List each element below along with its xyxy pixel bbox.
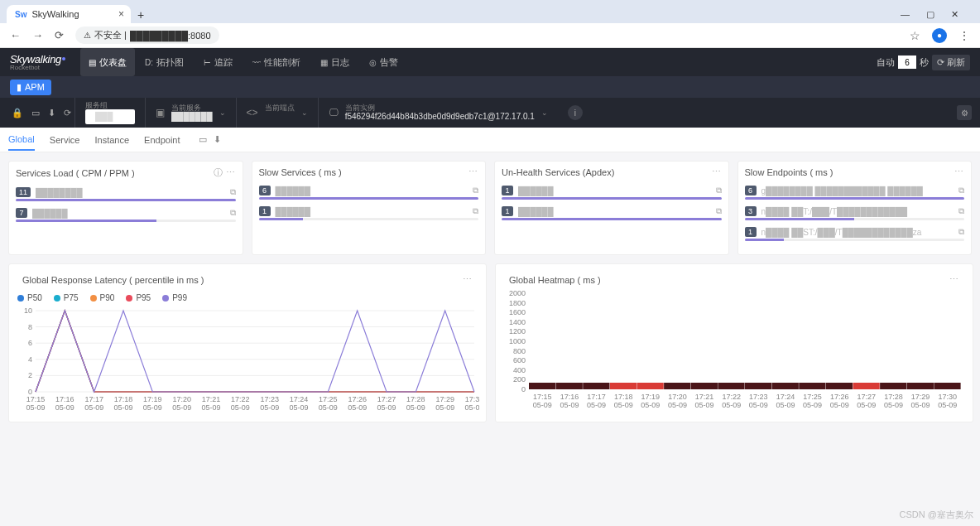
lock-icon[interactable]: 🔒 xyxy=(12,108,23,118)
svg-text:17:17: 17:17 xyxy=(587,393,606,401)
card-more-icon[interactable]: ⋯ xyxy=(954,166,964,176)
svg-text:17:16: 17:16 xyxy=(55,395,74,403)
settings-icon[interactable]: ⚙ xyxy=(957,105,972,120)
bookmark-star-icon[interactable]: ☆ xyxy=(910,29,920,42)
current-endpoint-selector[interactable]: <> 当前端点 ⌄ xyxy=(236,98,318,128)
nav-profile[interactable]: 〰性能剖析 xyxy=(243,48,310,76)
rank-row[interactable]: 1██████⧉ xyxy=(502,186,722,195)
svg-text:05-09: 05-09 xyxy=(201,403,220,412)
rank-row[interactable]: 1██████⧉ xyxy=(502,206,722,216)
subnav-endpoint[interactable]: Endpoint xyxy=(144,130,180,150)
nav-reload-icon[interactable]: ⟳ xyxy=(55,29,64,41)
svg-text:17:27: 17:27 xyxy=(377,395,396,403)
rank-row[interactable]: 11████████⧉ xyxy=(16,187,236,197)
copy-icon[interactable]: ⧉ xyxy=(716,206,722,216)
rank-row[interactable]: 6g████████ ████████████ ██████⧉ xyxy=(745,186,965,195)
profile-avatar[interactable]: ● xyxy=(932,28,947,43)
address-box[interactable]: ⚠ 不安全 | █████████:8080 xyxy=(75,27,219,44)
insecure-icon: ⚠ xyxy=(84,31,91,40)
subnav-global[interactable]: Global xyxy=(8,129,35,151)
apm-tag[interactable]: ▮ APM xyxy=(10,80,51,95)
svg-text:17:25: 17:25 xyxy=(803,393,822,401)
refresh-button[interactable]: ⟳刷新 xyxy=(932,55,970,70)
svg-text:05-09: 05-09 xyxy=(938,401,957,409)
nav-alarm[interactable]: ◎告警 xyxy=(359,48,408,76)
legend-item[interactable]: P50 xyxy=(17,293,42,302)
reload-sync-icon[interactable]: ⟳ xyxy=(64,108,71,118)
card-more-icon[interactable]: ⋯ xyxy=(949,274,959,285)
browser-tab[interactable]: Sw SkyWalking × xyxy=(7,5,131,23)
svg-text:4: 4 xyxy=(28,355,32,364)
nav-dashboard[interactable]: ▤仪表盘 xyxy=(80,48,135,76)
rank-row[interactable]: 1n████ ██ST:/███/T████████████za⧉ xyxy=(745,227,965,237)
card-more-icon[interactable]: ⋯ xyxy=(463,274,473,285)
svg-text:17:22: 17:22 xyxy=(231,395,250,403)
window-minimize-icon[interactable]: — xyxy=(901,9,910,20)
copy-icon[interactable]: ⧉ xyxy=(473,206,478,216)
tab-title: SkyWalking xyxy=(31,9,79,19)
address-bar: ← → ⟳ ⚠ 不安全 | █████████:8080 ☆ ● ⋮ xyxy=(0,23,980,48)
svg-rect-65 xyxy=(799,383,825,389)
download-icon[interactable]: ⬇ xyxy=(48,108,55,118)
copy-icon[interactable]: ⧉ xyxy=(958,206,964,216)
nav-forward-icon[interactable]: → xyxy=(32,29,43,41)
card-more-icon[interactable]: ⋯ xyxy=(712,166,722,176)
app-header: Skywalking Rocketbot ▤仪表盘 D:拓扑图 ⊢追踪 〰性能剖… xyxy=(0,48,980,76)
svg-text:05-09: 05-09 xyxy=(319,403,338,412)
copy-icon[interactable]: ⧉ xyxy=(958,186,964,195)
svg-text:05-09: 05-09 xyxy=(911,401,930,409)
nav-topology[interactable]: D:拓扑图 xyxy=(135,48,194,76)
svg-text:05-09: 05-09 xyxy=(857,401,876,409)
copy-icon[interactable]: ⧉ xyxy=(958,227,964,237)
copy-icon[interactable]: ⧉ xyxy=(716,186,722,195)
nav-back-icon[interactable]: ← xyxy=(10,29,21,41)
svg-text:05-09: 05-09 xyxy=(55,403,74,412)
window-close-icon[interactable]: ✕ xyxy=(951,9,958,20)
svg-rect-69 xyxy=(907,383,934,389)
legend-item[interactable]: P99 xyxy=(162,293,187,302)
card-more-icon[interactable]: ⋯ xyxy=(226,167,236,177)
svg-text:10: 10 xyxy=(24,307,32,315)
svg-rect-61 xyxy=(691,383,718,389)
browser-menu-icon[interactable]: ⋮ xyxy=(958,29,970,42)
folder-icon[interactable]: ▭ xyxy=(31,108,40,118)
selector-bar: 🔒 ▭ ⬇ ⟳ 服务组███ ▣ 当前服务███████ ⌄ <> 当前端点 ⌄… xyxy=(0,98,980,128)
new-tab-button[interactable]: + xyxy=(131,7,151,23)
copy-icon[interactable]: ⧉ xyxy=(230,208,236,218)
nav-trace[interactable]: ⊢追踪 xyxy=(194,48,243,76)
profile-icon: 〰 xyxy=(252,58,261,67)
rank-row[interactable]: 7██████⧉ xyxy=(16,208,236,218)
info-icon[interactable]: ⓘ xyxy=(214,167,223,177)
card-title: Un-Health Services (Apdex) xyxy=(502,167,614,177)
legend-item[interactable]: P90 xyxy=(90,293,115,302)
rank-row[interactable]: 1██████⧉ xyxy=(259,206,479,216)
legend-item[interactable]: P75 xyxy=(54,293,79,302)
info-icon[interactable]: i xyxy=(568,105,583,120)
svg-text:17:15: 17:15 xyxy=(533,393,552,401)
svg-text:17:19: 17:19 xyxy=(143,395,162,403)
service-group-selector[interactable]: 服务组███ xyxy=(74,98,145,128)
card-more-icon[interactable]: ⋯ xyxy=(468,166,478,176)
current-service-selector[interactable]: ▣ 当前服务███████ ⌄ xyxy=(145,98,236,128)
rank-row[interactable]: 3n████ ██T:/███/T████████████⧉ xyxy=(745,206,965,216)
trace-icon: ⊢ xyxy=(204,58,211,67)
window-maximize-icon[interactable]: ▢ xyxy=(926,9,934,20)
topology-icon: D: xyxy=(145,58,153,67)
rank-row[interactable]: 6██████⧉ xyxy=(259,186,479,195)
legend-item[interactable]: P95 xyxy=(126,293,151,302)
svg-text:05-09: 05-09 xyxy=(143,403,162,412)
tab-close-icon[interactable]: × xyxy=(118,8,124,20)
chevron-down-icon: ⌄ xyxy=(541,109,548,117)
svg-text:05-09: 05-09 xyxy=(406,403,425,412)
svg-rect-62 xyxy=(718,383,744,389)
copy-icon[interactable]: ⧉ xyxy=(230,187,236,197)
refresh-interval-input[interactable] xyxy=(898,55,916,69)
svg-text:1800: 1800 xyxy=(509,299,526,307)
current-instance-selector[interactable]: 🖵 当前实例f546294f26d44b84b3dbe0d9d9edb7c1@1… xyxy=(318,98,558,128)
subnav-service[interactable]: Service xyxy=(50,130,80,150)
folder-mini-icon[interactable]: ▭ xyxy=(199,134,207,145)
copy-icon[interactable]: ⧉ xyxy=(473,186,478,195)
subnav-instance[interactable]: Instance xyxy=(94,130,129,150)
nav-log[interactable]: ▦日志 xyxy=(310,48,359,76)
download-mini-icon[interactable]: ⬇ xyxy=(214,134,221,145)
